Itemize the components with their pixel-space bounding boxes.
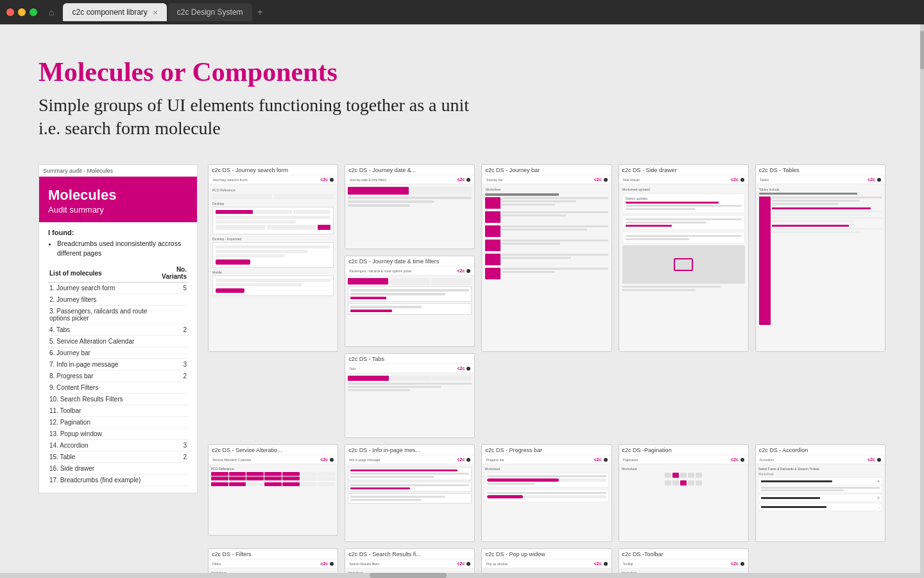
thumb-tabs[interactable]: c2c DS - Tabs Tabs c2c — [345, 353, 475, 438]
thumb-label: c2c DS - Tabs — [345, 354, 474, 364]
thumb-label: c2c DS -Toolbar — [619, 549, 748, 559]
thumb-label: c2c DS - Journey bar — [482, 165, 611, 175]
main-content: Molecules or Components Simple groups of… — [0, 24, 924, 578]
table-row: 4. Tabs2 — [48, 324, 188, 336]
table-row: 12. Pagination — [48, 417, 188, 428]
bottom-scrollbar-thumb[interactable] — [370, 573, 447, 578]
thumb-label: c2c DS - Service Alteratio... — [209, 445, 338, 455]
audit-summary-label: Audit summary — [48, 205, 188, 215]
new-tab-button[interactable]: + — [253, 5, 267, 19]
traffic-lights — [6, 8, 37, 16]
findings-list: Breadcrumbs used inconsistently accross … — [48, 239, 188, 258]
thumb-tables[interactable]: c2c DS - Tables Tables c2c Tables includ… — [755, 164, 886, 352]
finding-item: Breadcrumbs used inconsistently accross … — [57, 239, 188, 258]
thumb-preview-journey-search: PCO Reference: Desktop — [209, 184, 338, 351]
molecules-table: List of molecules No. Variants 1. Journe… — [48, 264, 188, 486]
maximize-button[interactable] — [30, 8, 37, 16]
col-molecules: List of molecules — [48, 264, 153, 283]
thumb-top-bar: Journey search form c2c — [209, 175, 338, 184]
thumb-journey-date-time[interactable]: c2c DS - Journey date & time filters Pas… — [345, 256, 475, 347]
tab-close-icon[interactable]: ✕ — [153, 9, 158, 16]
subtitle1: Simple groups of UI elements functioning… — [38, 95, 886, 116]
table-row: 8. Progress bar2 — [48, 371, 188, 382]
bottom-scrollbar[interactable] — [0, 573, 924, 578]
table-row: 15. Table2 — [48, 451, 188, 463]
minimize-button[interactable] — [18, 8, 26, 16]
home-icon[interactable]: ⌂ — [49, 7, 54, 17]
scrollbar-thumb[interactable] — [920, 31, 924, 69]
page-title: Molecules or Components — [38, 57, 886, 87]
tab-c2c-component-library[interactable]: c2c component library ✕ — [63, 3, 166, 21]
tab-c2c-design-system[interactable]: c2c Design System — [168, 3, 252, 21]
table-row: 9. Content Filters — [48, 382, 188, 394]
table-row: 5. Service Alteration Calendar — [48, 336, 188, 347]
thumb-info-page[interactable]: c2c DS - Info in-page mes... Info in-pag… — [345, 444, 475, 542]
thumb-label: c2c DS - Pop up widow — [482, 549, 611, 559]
table-row: 16. Side drawer — [48, 463, 188, 475]
thumb-service-alt[interactable]: c2c DS - Service Alteratio... Service Al… — [208, 444, 338, 536]
thumb-label: c2c DS - Side drawer — [619, 165, 748, 175]
table-row: 1. Journey search form5 — [48, 283, 188, 294]
summary-section-label: Summary audit - Molecules — [39, 165, 197, 177]
summary-card-header: Molecules Audit summary — [39, 177, 197, 222]
subtitle2: i.e. search form molecule — [38, 118, 886, 139]
thumbnails-grid: c2c DS - Journey search form Journey sea… — [208, 164, 886, 578]
table-row: 13. Popup window — [48, 428, 188, 440]
table-row: 14. Accordion3 — [48, 440, 188, 451]
col-variants: No. Variants — [153, 264, 188, 283]
thumb-label: c2c DS - Journey date &... — [345, 165, 474, 175]
thumb-pagination[interactable]: c2c DS -Pagination Pagination c2c Worksh… — [619, 444, 749, 542]
table-row: 2. Journey filters — [48, 294, 188, 306]
browser-chrome: ⌂ c2c component library ✕ c2c Design Sys… — [0, 0, 924, 24]
close-button[interactable] — [6, 8, 14, 16]
thumb-journey-date-small[interactable]: c2c DS - Journey date &... Journey date … — [345, 164, 475, 249]
thumb-journey-bar[interactable]: c2c DS - Journey bar Journey bar c2c Wor… — [481, 164, 612, 352]
tab-label: c2c component library — [72, 8, 147, 17]
thumb-label: c2c DS - Journey search form — [209, 165, 338, 175]
thumb-side-drawer[interactable]: c2c DS - Side drawer Side drawer c2c Wor… — [619, 164, 749, 352]
thumb-label: c2c DS - Progress bar — [482, 445, 611, 455]
thumb-progress-bar[interactable]: c2c DS - Progress bar Progress bar c2c W… — [481, 444, 612, 542]
table-row: 6. Journey bar — [48, 347, 188, 359]
i-found-label: I found: — [48, 229, 188, 236]
table-row: 17. Breadcrumbs (find example) — [48, 475, 188, 486]
thumb-label: c2c DS -Pagination — [619, 445, 748, 455]
thumb-accordion[interactable]: c2c DS - Accordion Accordion c2c Select … — [755, 444, 886, 542]
tab-label: c2c Design System — [177, 8, 243, 17]
tabs-bar: c2c component library ✕ c2c Design Syste… — [63, 3, 918, 21]
table-row: 7. Info in-page message3 — [48, 359, 188, 371]
right-scrollbar[interactable] — [920, 24, 924, 578]
thumb-label: c2c DS - Info in-page mes... — [345, 445, 474, 455]
thumb-label: c2c DS - Filters — [209, 549, 338, 559]
thumb-label: c2c DS - Search Results fi... — [345, 549, 474, 559]
molecules-title: Molecules — [48, 187, 188, 204]
content-grid: Summary audit - Molecules Molecules Audi… — [38, 164, 886, 578]
thumb-label: c2c DS - Tables — [756, 165, 885, 175]
table-row: 3. Passengers, railcards and route optio… — [48, 306, 188, 324]
table-row: 10. Search Results Filters — [48, 394, 188, 405]
thumb-journey-search-form[interactable]: c2c DS - Journey search form Journey sea… — [208, 164, 338, 352]
thumb-label: c2c DS - Journey date & time filters — [345, 256, 474, 267]
table-row: 11. Toolbar — [48, 405, 188, 417]
summary-audit-card: Summary audit - Molecules Molecules Audi… — [38, 164, 198, 493]
summary-card-body: I found: Breadcrumbs used inconsistently… — [39, 222, 197, 493]
thumb-label: c2c DS - Accordion — [756, 445, 885, 455]
journey-date-stack: c2c DS - Journey date &... Journey date … — [345, 164, 475, 347]
